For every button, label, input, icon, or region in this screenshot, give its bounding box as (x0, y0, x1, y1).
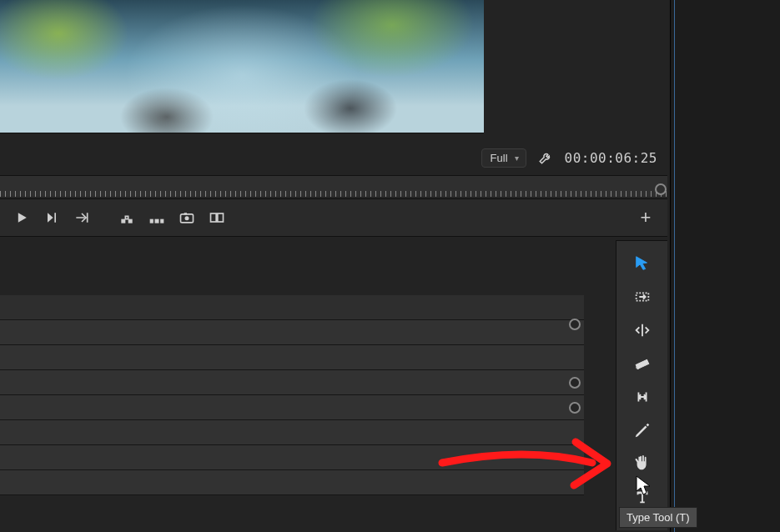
track-row[interactable] (0, 420, 584, 445)
pen-tool[interactable] (627, 414, 658, 446)
track-row[interactable] (0, 470, 584, 495)
track-row[interactable] (0, 445, 584, 470)
app-root: Full ▾ 00:00:06:25 (0, 0, 780, 532)
timeline-tracks[interactable] (0, 237, 609, 532)
wrench-icon[interactable] (538, 150, 553, 165)
timecode-display[interactable]: 00:00:06:25 (565, 150, 657, 166)
lift-button[interactable] (112, 203, 142, 233)
step-forward-button[interactable] (37, 203, 67, 233)
dock-divider[interactable] (674, 0, 675, 532)
track-resize-handle[interactable] (569, 319, 581, 330)
selection-tool[interactable] (627, 248, 658, 279)
hand-tool[interactable] (627, 448, 658, 479)
export-frame-button[interactable] (172, 203, 202, 233)
preview-info-bar: Full ▾ 00:00:06:25 (0, 146, 667, 169)
zoom-scroll-handle[interactable] (655, 183, 667, 195)
extract-button[interactable] (142, 203, 172, 233)
transport-toolbar: + (0, 198, 667, 237)
play-button[interactable] (7, 203, 37, 233)
track-row[interactable] (0, 370, 584, 395)
tool-palette (616, 240, 667, 530)
track-row[interactable] (0, 345, 584, 370)
svg-rect-7 (184, 213, 187, 214)
track-row[interactable] (0, 295, 584, 320)
go-next-edit-button[interactable] (67, 203, 97, 233)
playback-resolution-dropdown[interactable]: Full ▾ (481, 148, 526, 168)
svg-rect-3 (155, 219, 159, 223)
svg-rect-9 (218, 213, 224, 222)
track-row[interactable] (0, 320, 584, 345)
svg-rect-2 (150, 219, 153, 223)
track-row[interactable] (0, 395, 584, 420)
svg-rect-4 (160, 219, 164, 223)
ripple-edit-tool[interactable] (627, 314, 658, 346)
playback-resolution-label: Full (491, 152, 508, 164)
slip-tool[interactable] (627, 381, 658, 413)
svg-rect-8 (211, 213, 217, 222)
right-dock-area (670, 0, 780, 532)
svg-point-6 (185, 216, 189, 220)
comparison-view-button[interactable] (202, 203, 232, 233)
chevron-down-icon: ▾ (515, 153, 519, 163)
button-editor-add[interactable]: + (631, 207, 661, 228)
track-resize-handle[interactable] (569, 377, 581, 389)
timeline-ruler[interactable] (0, 175, 667, 197)
tooltip: Type Tool (T) (619, 507, 697, 528)
program-monitor-preview[interactable] (0, 0, 484, 133)
track-group (0, 295, 584, 495)
razor-tool[interactable] (627, 348, 658, 379)
svg-rect-11 (636, 359, 649, 369)
track-select-tool[interactable] (627, 281, 658, 313)
track-resize-handle[interactable] (569, 402, 581, 414)
